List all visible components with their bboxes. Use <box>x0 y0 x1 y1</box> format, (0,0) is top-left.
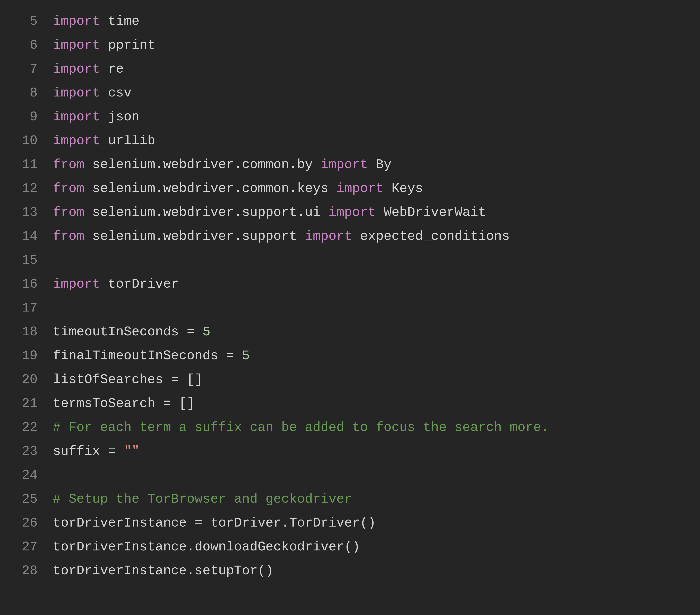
line-number: 16 <box>0 272 53 296</box>
code-line[interactable]: 23suffix = "" <box>0 440 700 464</box>
code-content[interactable]: from selenium.webdriver.common.by import… <box>53 153 700 177</box>
token-kw: import <box>328 205 376 220</box>
token-id: torDriver <box>100 277 179 292</box>
token-kw: from <box>53 205 84 220</box>
line-number: 17 <box>0 296 53 320</box>
token-op: = <box>108 444 116 459</box>
code-line[interactable]: 20listOfSearches = [] <box>0 368 700 392</box>
code-line[interactable]: 6import pprint <box>0 33 700 57</box>
code-line[interactable]: 18timeoutInSeconds = 5 <box>0 320 700 344</box>
code-content[interactable]: import pprint <box>53 33 700 57</box>
token-id: listOfSearches <box>53 372 171 387</box>
token-id: urllib <box>100 133 155 148</box>
code-content[interactable]: finalTimeoutInSeconds = 5 <box>53 344 700 368</box>
code-line[interactable]: 13from selenium.webdriver.support.ui imp… <box>0 201 700 224</box>
code-content[interactable]: from selenium.webdriver.support import e… <box>53 224 700 248</box>
code-content[interactable]: torDriverInstance.downloadGeckodriver() <box>53 535 700 559</box>
line-number: 7 <box>0 57 53 81</box>
token-id: [] <box>171 396 195 411</box>
line-number: 10 <box>0 129 53 153</box>
line-number: 28 <box>0 559 53 583</box>
line-number: 5 <box>0 10 53 33</box>
token-kw: import <box>53 38 100 53</box>
code-editor[interactable]: 5import time6import pprint7import re8imp… <box>0 0 700 615</box>
token-num: 5 <box>202 324 210 340</box>
code-line[interactable]: 22# For each term a suffix can be added … <box>0 416 700 440</box>
line-number: 19 <box>0 344 53 368</box>
token-id: finalTimeoutInSeconds <box>53 348 226 363</box>
code-content[interactable]: listOfSearches = [] <box>53 368 700 392</box>
token-id: [] <box>179 372 202 387</box>
token-id: expected_conditions <box>352 229 510 244</box>
code-content[interactable]: torDriverInstance.setupTor() <box>53 559 700 583</box>
code-content[interactable]: timeoutInSeconds = 5 <box>53 320 700 344</box>
token-op: = <box>195 516 202 531</box>
code-line[interactable]: 24 <box>0 464 700 487</box>
code-line[interactable]: 25# Setup the TorBrowser and geckodriver <box>0 487 700 511</box>
code-line[interactable]: 19finalTimeoutInSeconds = 5 <box>0 344 700 368</box>
code-line[interactable]: 21termsToSearch = [] <box>0 392 700 416</box>
token-id: selenium.webdriver.support <box>84 229 305 244</box>
line-number: 15 <box>0 248 53 272</box>
code-line[interactable]: 17 <box>0 296 700 320</box>
code-content[interactable]: # Setup the TorBrowser and geckodriver <box>53 487 700 511</box>
token-id: torDriverInstance.setupTor() <box>53 563 273 578</box>
line-number: 20 <box>0 368 53 392</box>
code-line[interactable]: 27torDriverInstance.downloadGeckodriver(… <box>0 535 700 559</box>
token-id: WebDriverWait <box>376 205 486 220</box>
token-op: = <box>226 348 234 363</box>
code-content[interactable]: import urllib <box>53 129 700 153</box>
code-content[interactable]: import time <box>53 10 700 33</box>
code-line[interactable]: 12from selenium.webdriver.common.keys im… <box>0 177 700 201</box>
line-number: 22 <box>0 416 53 440</box>
token-kw: import <box>53 133 100 148</box>
token-id: torDriverInstance <box>53 516 195 531</box>
code-line[interactable]: 15 <box>0 248 700 272</box>
code-line[interactable]: 9import json <box>0 105 700 129</box>
code-content[interactable]: import torDriver <box>53 272 700 296</box>
code-content[interactable]: termsToSearch = [] <box>53 392 700 416</box>
code-content[interactable]: torDriverInstance = torDriver.TorDriver(… <box>53 511 700 535</box>
line-number: 23 <box>0 440 53 464</box>
token-op: = <box>187 324 195 340</box>
line-number: 21 <box>0 392 53 416</box>
token-str: "" <box>124 444 139 459</box>
token-id: selenium.webdriver.common.keys <box>84 181 337 196</box>
code-content[interactable]: import json <box>53 105 700 129</box>
code-line[interactable]: 5import time <box>0 10 700 33</box>
token-kw: import <box>336 181 384 196</box>
token-cmt: # Setup the TorBrowser and geckodriver <box>53 492 352 507</box>
line-number: 11 <box>0 153 53 177</box>
line-number: 27 <box>0 535 53 559</box>
code-line[interactable]: 7import re <box>0 57 700 81</box>
token-id <box>234 348 242 363</box>
code-line[interactable]: 26torDriverInstance = torDriver.TorDrive… <box>0 511 700 535</box>
token-id <box>195 324 202 340</box>
token-kw: import <box>321 157 368 172</box>
code-content[interactable]: from selenium.webdriver.common.keys impo… <box>53 177 700 201</box>
token-kw: import <box>53 277 100 292</box>
code-line[interactable]: 10import urllib <box>0 129 700 153</box>
line-number: 8 <box>0 81 53 105</box>
line-number: 18 <box>0 320 53 344</box>
token-id: suffix <box>53 444 108 459</box>
code-content[interactable]: from selenium.webdriver.support.ui impor… <box>53 201 700 224</box>
code-content[interactable]: # For each term a suffix can be added to… <box>53 416 700 440</box>
code-line[interactable]: 28torDriverInstance.setupTor() <box>0 559 700 583</box>
code-content[interactable]: import re <box>53 57 700 81</box>
code-content[interactable]: suffix = "" <box>53 440 700 464</box>
token-id: re <box>100 62 124 77</box>
token-id: csv <box>100 86 132 100</box>
line-number: 26 <box>0 511 53 535</box>
code-line[interactable]: 8import csv <box>0 81 700 105</box>
code-line[interactable]: 14from selenium.webdriver.support import… <box>0 224 700 248</box>
token-kw: import <box>53 86 100 100</box>
token-kw: import <box>53 62 100 77</box>
token-kw: from <box>53 181 84 196</box>
token-id: torDriverInstance.downloadGeckodriver() <box>53 540 360 554</box>
token-kw: from <box>53 229 84 244</box>
token-id: torDriver.TorDriver() <box>202 516 376 531</box>
code-line[interactable]: 16import torDriver <box>0 272 700 296</box>
code-content[interactable]: import csv <box>53 81 700 105</box>
code-line[interactable]: 11from selenium.webdriver.common.by impo… <box>0 153 700 177</box>
